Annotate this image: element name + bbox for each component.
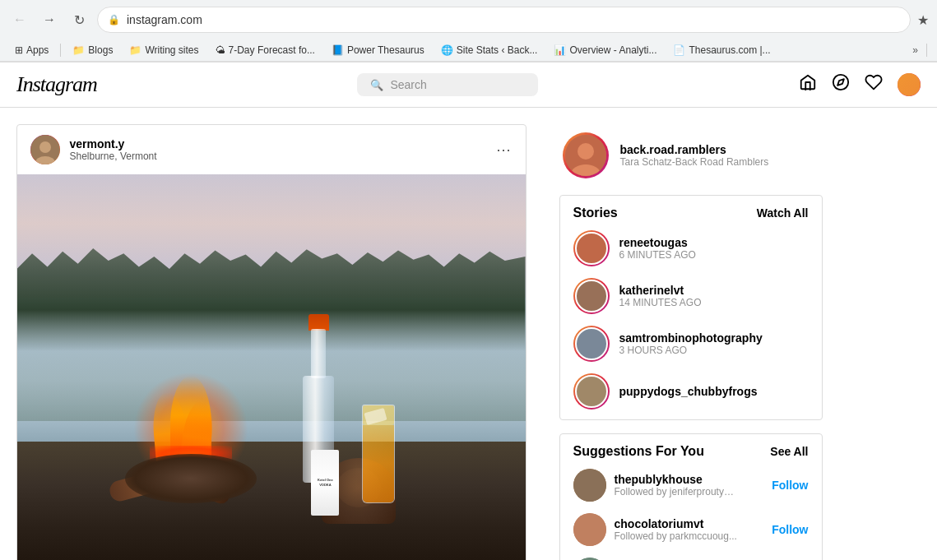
story-item-1: reneetougas 6 MINUTES AGO xyxy=(573,230,809,266)
story-item-4: puppydogs_chubbyfrogs xyxy=(573,373,809,410)
bookmark-site-stats[interactable]: 🌐 Site Stats ‹ Back... xyxy=(434,43,545,58)
suggestion-avatar-1[interactable] xyxy=(573,469,606,502)
instagram-header: Instagram 🔍 xyxy=(0,62,937,108)
svg-point-4 xyxy=(39,141,51,153)
post-image: Ketel OneVODKA ORANJE xyxy=(17,174,526,560)
sidebar-profile-name[interactable]: back.road.ramblers xyxy=(620,143,819,156)
sidebar-profile-avatar-inner xyxy=(565,135,606,176)
site-stats-icon: 🌐 xyxy=(441,44,453,56)
suggestion-username-2[interactable]: chocolatoriumvt xyxy=(615,517,764,530)
heart-nav-icon[interactable] xyxy=(865,73,883,96)
story-username-3[interactable]: samtrombinophotography xyxy=(619,331,809,345)
story-avatar-4[interactable] xyxy=(573,373,610,410)
sidebar-profile: back.road.ramblers Tara Schatz-Back Road… xyxy=(559,132,823,178)
bottle-label-text: Ketel OneVODKA xyxy=(318,478,333,487)
bookmark-analytics-label: Overview - Analyti... xyxy=(569,44,656,56)
bottle-neck xyxy=(311,329,326,378)
post-more-button[interactable]: ⋯ xyxy=(496,141,513,159)
bookmarks-overflow-button[interactable]: » xyxy=(909,43,921,58)
story-info-3: samtrombinophotography 3 HOURS AGO xyxy=(619,331,809,356)
story-username-4[interactable]: puppydogs_chubbyfrogs xyxy=(619,385,809,398)
apps-icon: ⊞ xyxy=(15,44,23,56)
post-username[interactable]: vermont.y xyxy=(70,137,157,150)
see-all-button[interactable]: See All xyxy=(770,445,808,458)
story-item-3: samtrombinophotography 3 HOURS AGO xyxy=(573,326,809,362)
svg-marker-1 xyxy=(837,79,844,86)
post-user: vermont.y Shelburne, Vermont xyxy=(30,135,157,164)
story-time-3: 3 HOURS AGO xyxy=(619,345,809,356)
search-input[interactable] xyxy=(390,78,513,91)
instagram-logo: Instagram xyxy=(16,72,97,97)
suggestions-title: Suggestions For You xyxy=(573,444,704,459)
fire-base xyxy=(125,454,257,503)
follow-button-1[interactable]: Follow xyxy=(772,479,808,492)
profile-avatar[interactable] xyxy=(898,73,921,96)
suggestion-info-2: chocolatoriumvt Followed by parkmccuoug.… xyxy=(615,517,764,542)
bookmark-power-thesaurus[interactable]: 📘 Power Thesaurus xyxy=(325,43,431,58)
suggestions-section: Suggestions For You See All thepublykhou… xyxy=(559,433,823,560)
story-username-2[interactable]: katherinelvt xyxy=(619,284,809,297)
bookmark-forecast[interactable]: 🌤 7-Day Forecast fo... xyxy=(209,43,322,58)
lock-icon: 🔒 xyxy=(108,14,120,25)
svg-rect-12 xyxy=(573,513,606,546)
address-bar[interactable]: 🔒 instagram.com xyxy=(97,7,911,33)
browser-toolbar: ← → ↻ 🔒 instagram.com ★ xyxy=(0,0,937,39)
thesaurus-com-icon: 📄 xyxy=(673,44,685,56)
suggestion-username-1[interactable]: thepublykhouse xyxy=(615,473,764,486)
story-info-2: katherinelvt 14 MINUTES AGO xyxy=(619,284,809,308)
story-username-1[interactable]: reneetougas xyxy=(619,236,809,249)
folder-icon-blogs: 📁 xyxy=(72,44,85,56)
story-avatar-1[interactable] xyxy=(573,230,610,266)
story-avatar-3[interactable] xyxy=(573,326,610,362)
search-bar-container: 🔍 xyxy=(357,73,538,96)
bookmark-star-button[interactable]: ★ xyxy=(917,12,929,28)
suggestion-avatar-2[interactable] xyxy=(573,513,606,546)
scene-trees xyxy=(17,248,526,351)
svg-rect-11 xyxy=(573,469,606,502)
bookmarks-end-divider xyxy=(926,44,927,57)
sidebar-profile-avatar[interactable] xyxy=(563,132,609,178)
story-avatar-inner-2 xyxy=(575,280,608,312)
instagram-post: vermont.y Shelburne, Vermont ⋯ xyxy=(16,124,526,560)
svg-point-9 xyxy=(578,143,594,160)
bookmark-apps[interactable]: ⊞ Apps xyxy=(8,43,55,58)
thesaurus-icon: 📘 xyxy=(332,44,344,56)
suggestion-desc-1: Followed by jeniferproutyh... xyxy=(615,486,738,498)
bottle-body: Ketel OneVODKA ORANJE xyxy=(303,376,334,483)
compass-icon[interactable] xyxy=(832,73,850,96)
forward-button[interactable]: → xyxy=(38,8,61,31)
stories-section: Stories Watch All reneetougas 6 MINUTES … xyxy=(559,195,823,420)
story-avatar-2[interactable] xyxy=(573,278,610,314)
bookmark-blogs[interactable]: 📁 Blogs xyxy=(66,43,119,58)
story-avatar-inner-3 xyxy=(575,327,608,360)
suggestion-info-1: thepublykhouse Followed by jeniferprouty… xyxy=(615,473,764,498)
story-info-4: puppydogs_chubbyfrogs xyxy=(619,385,809,398)
follow-button-2[interactable]: Follow xyxy=(772,523,808,536)
scene-fire xyxy=(109,355,273,503)
instagram-app: Instagram 🔍 xyxy=(0,62,937,560)
bookmark-writing-sites[interactable]: 📁 Writing sites xyxy=(123,43,205,58)
analytics-icon: 📊 xyxy=(554,44,566,56)
suggestions-header: Suggestions For You See All xyxy=(573,444,809,459)
story-time-1: 6 MINUTES AGO xyxy=(619,249,809,261)
forecast-icon: 🌤 xyxy=(216,44,225,56)
sidebar-profile-info: back.road.ramblers Tara Schatz-Back Road… xyxy=(620,143,819,168)
post-user-avatar[interactable] xyxy=(30,135,60,164)
bookmark-thesaurus-com[interactable]: 📄 Thesaurus.com |... xyxy=(666,43,777,58)
nav-icons xyxy=(799,73,921,96)
bookmark-overview-analytics[interactable]: 📊 Overview - Analyti... xyxy=(547,43,663,58)
search-icon: 🔍 xyxy=(370,79,383,91)
bookmark-writing-label: Writing sites xyxy=(145,44,198,56)
address-text: instagram.com xyxy=(127,13,900,26)
bookmark-thesaurus-label: Power Thesaurus xyxy=(347,44,424,56)
folder-icon-writing: 📁 xyxy=(129,44,141,56)
story-item-2: katherinelvt 14 MINUTES AGO xyxy=(573,278,809,314)
scene: Ketel OneVODKA ORANJE xyxy=(17,174,526,560)
bookmarks-divider xyxy=(60,44,61,57)
back-button[interactable]: ← xyxy=(8,8,31,31)
post-location: Shelburne, Vermont xyxy=(70,150,157,162)
story-info-1: reneetougas 6 MINUTES AGO xyxy=(619,236,809,261)
refresh-button[interactable]: ↻ xyxy=(67,8,90,31)
home-icon[interactable] xyxy=(799,73,817,96)
watch-all-button[interactable]: Watch All xyxy=(757,206,809,220)
